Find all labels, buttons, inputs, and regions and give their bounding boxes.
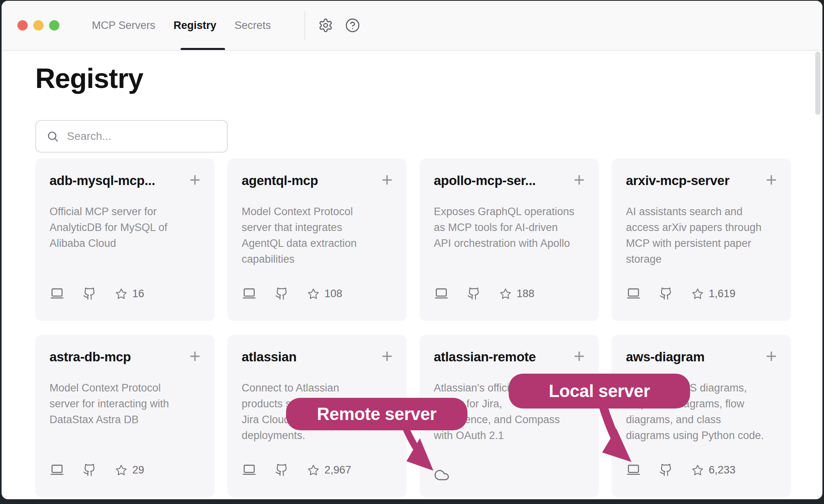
- server-meta: 2,967: [242, 462, 351, 477]
- server-card[interactable]: astra-db-mcp + Model Context Protocol se…: [35, 335, 215, 497]
- search-box: [35, 120, 228, 153]
- star-count: 188: [517, 288, 534, 300]
- tab-registry[interactable]: Registry: [174, 19, 216, 32]
- search-input[interactable]: [66, 130, 227, 143]
- star-icon: [500, 288, 511, 300]
- server-name: adb-mysql-mcp...: [50, 172, 155, 189]
- server-meta: [434, 467, 450, 483]
- add-server-button[interactable]: +: [381, 347, 393, 365]
- server-description: Model Context Protocol server for intera…: [50, 380, 200, 428]
- github-icon: [659, 463, 673, 477]
- server-description: Model Context Protocol server that integ…: [242, 204, 393, 267]
- github-icon: [467, 287, 481, 300]
- server-card[interactable]: atlassian + Connect to Atlassian product…: [227, 335, 407, 497]
- github-icon: [83, 463, 96, 477]
- laptop-icon: [50, 286, 65, 301]
- server-card[interactable]: adb-mysql-mcp... + Official MCP server f…: [35, 158, 215, 321]
- titlebar: MCP Servers Registry Secrets: [2, 1, 822, 51]
- close-window-button[interactable]: [17, 20, 28, 31]
- vertical-scrollbar-thumb[interactable]: [815, 52, 820, 115]
- server-description: Connect to Atlassian products such as th…: [242, 380, 393, 443]
- settings-button[interactable]: [317, 17, 334, 34]
- laptop-icon: [434, 286, 449, 301]
- star-count: 16: [132, 288, 144, 300]
- server-name: astra-db-mcp: [50, 348, 131, 366]
- github-icon: [275, 287, 288, 300]
- server-description: Official MCP server for AnalyticDB for M…: [50, 204, 200, 251]
- help-button[interactable]: [344, 17, 361, 34]
- server-meta: 29: [50, 462, 144, 477]
- minimize-window-button[interactable]: [33, 20, 44, 31]
- server-card[interactable]: aws-diagram + Generate AWS diagrams, seq…: [612, 335, 791, 497]
- question-circle-icon: [345, 18, 360, 33]
- server-name: agentql-mcp: [242, 172, 318, 189]
- server-meta: 6,233: [626, 462, 736, 477]
- star-icon: [115, 464, 127, 476]
- server-name: apollo-mcp-ser...: [434, 172, 536, 189]
- server-meta: 188: [434, 286, 534, 301]
- add-server-button[interactable]: +: [574, 347, 585, 365]
- search-icon: [46, 130, 59, 143]
- server-description: AI assistants search and access arXiv pa…: [626, 204, 777, 267]
- gear-icon: [318, 18, 333, 33]
- server-meta: 108: [242, 286, 342, 301]
- add-server-button[interactable]: +: [189, 347, 200, 365]
- toolbar-tabs: MCP Servers Registry Secrets: [92, 1, 271, 50]
- laptop-icon: [50, 462, 65, 477]
- server-description: Exposes GraphQL operations as MCP tools …: [434, 204, 585, 251]
- server-name: atlassian: [242, 348, 297, 366]
- server-card-grid: adb-mysql-mcp... + Official MCP server f…: [35, 158, 791, 497]
- cloud-icon: [434, 467, 450, 483]
- star-icon: [692, 288, 704, 300]
- zoom-window-button[interactable]: [49, 20, 59, 31]
- github-icon: [83, 287, 96, 300]
- star-count: 108: [324, 288, 342, 300]
- add-server-button[interactable]: +: [574, 171, 585, 189]
- add-server-button[interactable]: +: [381, 171, 393, 189]
- star-count: 2,967: [324, 464, 351, 476]
- screenshot-stage: MCP Servers Registry Secrets Registry: [0, 0, 824, 504]
- star-icon: [115, 288, 127, 300]
- server-name: atlassian-remote: [434, 348, 536, 366]
- laptop-icon: [626, 286, 641, 301]
- server-card[interactable]: arxiv-mcp-server + AI assistants search …: [612, 158, 791, 321]
- star-icon: [692, 464, 704, 476]
- server-name: aws-diagram: [626, 348, 704, 366]
- server-description: Generate AWS diagrams, sequence diagrams…: [626, 380, 777, 443]
- star-icon: [307, 288, 319, 300]
- star-count: 1,619: [709, 288, 736, 300]
- server-card[interactable]: atlassian-remote + Atlassian's official …: [420, 335, 599, 497]
- server-name: arxiv-mcp-server: [626, 172, 729, 189]
- server-description: Atlassian's official server for Jira, Co…: [434, 380, 585, 443]
- tab-mcp-servers[interactable]: MCP Servers: [92, 19, 155, 32]
- laptop-icon: [626, 462, 641, 477]
- add-server-button[interactable]: +: [766, 347, 777, 365]
- add-server-button[interactable]: +: [766, 171, 777, 189]
- add-server-button[interactable]: +: [189, 171, 200, 189]
- star-icon: [307, 464, 319, 476]
- toolbar-divider: [304, 11, 305, 40]
- server-card[interactable]: apollo-mcp-ser... + Exposes GraphQL oper…: [420, 158, 599, 321]
- app-window: MCP Servers Registry Secrets Registry: [2, 1, 822, 499]
- star-count: 6,233: [709, 464, 736, 476]
- github-icon: [659, 287, 673, 300]
- laptop-icon: [242, 286, 257, 301]
- page-title: Registry: [35, 63, 143, 94]
- server-meta: 1,619: [626, 286, 736, 301]
- server-card[interactable]: agentql-mcp + Model Context Protocol ser…: [227, 158, 407, 321]
- traffic-lights: [17, 20, 59, 31]
- server-meta: 16: [50, 286, 144, 301]
- laptop-icon: [242, 462, 257, 477]
- github-icon: [275, 463, 288, 477]
- active-tab-indicator: [181, 48, 225, 50]
- star-count: 29: [132, 464, 144, 476]
- tab-secrets[interactable]: Secrets: [235, 19, 271, 32]
